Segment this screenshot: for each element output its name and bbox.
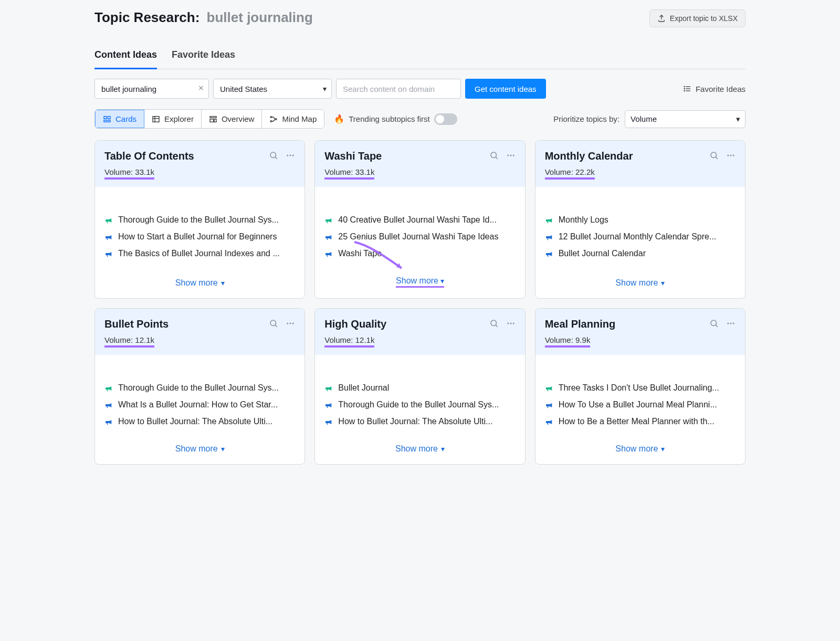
card-volume: Volume: 12.1k [104,335,154,348]
svg-line-35 [276,325,277,327]
card-search-button[interactable] [489,151,499,162]
flame-icon: 🔥 [334,114,344,124]
svg-line-25 [496,157,497,159]
page-title: Topic Research: bullet journaling [94,9,313,26]
card-title: Bullet Points [104,318,169,330]
export-button[interactable]: Export topic to XLSX [649,9,746,27]
show-more-button[interactable]: Show more ▾ [175,436,225,464]
view-mindmap-button[interactable]: Mind Map [262,110,324,128]
more-icon [286,319,295,328]
main-tabs: Content Ideas Favorite Ideas [94,43,746,69]
card-search-button[interactable] [489,319,499,330]
headline-item[interactable]: Monthly Logs [545,215,736,225]
headline-item[interactable]: How to Bullet Journal: The Absolute Ulti… [324,417,515,426]
get-content-ideas-button[interactable]: Get content ideas [465,79,546,99]
headline-item[interactable]: 40 Creative Bullet Journal Washi Tape Id… [324,215,515,225]
svg-point-37 [290,323,291,324]
headline-text: How to Be a Better Meal Planner with th.… [559,417,715,426]
headline-item[interactable]: Bullet Journal [324,383,515,393]
show-more-button[interactable]: Show more ▾ [175,270,225,298]
card-search-button[interactable] [709,319,719,330]
overview-icon [209,115,217,123]
cards-icon [103,115,111,123]
card-more-button[interactable] [726,151,736,162]
view-explorer-button[interactable]: Explorer [144,110,202,128]
search-icon [489,319,499,328]
card-search-button[interactable] [269,319,278,330]
svg-rect-13 [210,116,216,118]
headline-text: 40 Creative Bullet Journal Washi Tape Id… [338,215,497,225]
show-more-button[interactable]: Show more ▾ [615,270,665,298]
page-title-topic: bullet journaling [207,9,313,25]
trending-toggle[interactable] [434,113,457,125]
card-more-button[interactable] [286,319,295,330]
card-volume: Volume: 22.2k [545,167,595,180]
card-search-button[interactable] [269,151,278,162]
megaphone-icon [545,401,553,409]
search-icon [489,151,499,160]
card-title: Table Of Contents [104,150,194,162]
megaphone-icon [104,216,113,225]
tab-content-ideas[interactable]: Content Ideas [94,43,157,69]
tab-favorite-ideas[interactable]: Favorite Ideas [172,43,235,69]
view-switcher: Cards Explorer Overview Mind Map [94,109,324,129]
svg-point-38 [292,323,294,324]
svg-point-39 [491,320,497,326]
svg-point-44 [711,320,717,326]
headline-item[interactable]: 12 Bullet Journal Monthly Calendar Spre.… [545,232,736,241]
show-more-button[interactable]: Show more ▾ [395,436,445,464]
svg-point-19 [270,152,276,158]
headline-text: 25 Genius Bullet Journal Washi Tape Idea… [338,232,498,241]
table-icon [152,115,160,123]
headline-item[interactable]: Thorough Guide to the Bullet Journal Sys… [104,215,295,225]
show-more-button[interactable]: Show more ▾ [615,436,665,464]
list-icon [683,85,691,93]
headline-item[interactable]: Thorough Guide to the Bullet Journal Sys… [104,383,295,393]
prioritize-label: Prioritize topics by: [553,114,620,123]
svg-point-33 [733,155,734,156]
show-more-button[interactable]: Show more ▾ [396,268,444,298]
megaphone-icon [324,250,333,258]
svg-point-24 [491,152,497,158]
headline-item[interactable]: The Basics of Bullet Journal Indexes and… [104,249,295,258]
card-search-button[interactable] [709,151,719,162]
headline-text: How to Start a Bullet Journal for Beginn… [118,232,277,241]
topic-card: Monthly Calendar Volume: 22.2k Monthly L… [535,140,746,299]
headline-item[interactable]: Thorough Guide to the Bullet Journal Sys… [324,400,515,409]
svg-point-28 [512,155,514,156]
headline-item[interactable]: How to Be a Better Meal Planner with th.… [545,417,736,426]
headline-text: How to Bullet Journal: The Absolute Ulti… [118,417,272,426]
headline-item[interactable]: How to Bullet Journal: The Absolute Ulti… [104,417,295,426]
topic-input[interactable] [94,79,209,99]
card-more-button[interactable] [286,151,295,162]
svg-point-5 [684,90,685,91]
domain-search-input[interactable] [336,79,461,99]
headline-item[interactable]: 25 Genius Bullet Journal Washi Tape Idea… [324,232,515,241]
card-more-button[interactable] [726,319,736,330]
svg-point-16 [270,116,272,118]
svg-point-41 [507,323,509,324]
headline-item[interactable]: Bullet Journal Calendar [545,249,736,258]
clear-topic-button[interactable] [197,83,205,94]
search-icon [269,151,278,160]
view-cards-button[interactable]: Cards [95,110,144,128]
search-icon [709,319,719,328]
card-more-button[interactable] [506,151,516,162]
topic-card: Table Of Contents Volume: 33.1k Thorough… [94,140,305,299]
more-icon [506,151,516,160]
megaphone-icon [104,250,113,258]
favorite-ideas-link[interactable]: Favorite Ideas [683,85,746,93]
headline-item[interactable]: Three Tasks I Don't Use Bullet Journalin… [545,383,736,393]
card-title: Washi Tape [324,150,382,162]
card-volume: Volume: 9.9k [545,335,591,348]
headline-item[interactable]: Washi Tape [324,249,515,258]
prioritize-select[interactable] [625,110,746,128]
view-overview-button[interactable]: Overview [202,110,262,128]
headline-item[interactable]: How to Start a Bullet Journal for Beginn… [104,232,295,241]
card-more-button[interactable] [506,319,516,330]
card-title: High Quality [324,318,386,330]
country-select[interactable] [213,79,332,99]
headline-item[interactable]: How To Use a Bullet Journal Meal Planni.… [545,400,736,409]
svg-point-26 [507,155,509,156]
headline-item[interactable]: What Is a Bullet Journal: How to Get Sta… [104,400,295,409]
